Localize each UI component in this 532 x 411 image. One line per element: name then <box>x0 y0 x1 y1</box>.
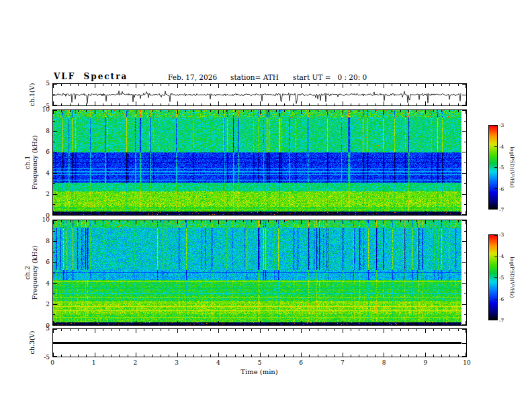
spec2-y-tick-label: 6 <box>35 259 50 265</box>
ch3-waveform-panel <box>52 328 467 357</box>
ch2-spectrogram-canvas <box>53 220 466 325</box>
x-tick-label: 6 <box>299 359 303 366</box>
station-label: station= ATH <box>230 73 279 81</box>
x-tick-label: 3 <box>175 359 179 366</box>
ch1-waveform-panel <box>52 83 467 106</box>
figure-title: VLF Spectra <box>54 72 128 81</box>
ch3-voltage-axis-label: ch.3(V) <box>28 331 36 355</box>
colorbar1-tick-label: -6 <box>499 186 504 193</box>
ch1-voltage-axis-label: ch.1(V) <box>28 83 36 107</box>
ch1-y-tick-label: -5 <box>35 103 50 109</box>
spec1-y-tick-label: 8 <box>35 128 50 134</box>
ch3-y-tick-label: -5 <box>35 354 50 361</box>
colorbar2-tick-label: -5 <box>499 275 504 281</box>
colorbar-ch2 <box>488 234 498 320</box>
x-tick-label: 1 <box>92 359 96 366</box>
colorbar-ch1-label: log(PSD)(V²/Hz) <box>508 146 516 187</box>
ch3-y-tick-label: 5 <box>35 325 50 332</box>
x-tick-label: 8 <box>382 359 386 366</box>
colorbar1-tick-label: -3 <box>499 122 504 129</box>
colorbar-ch2-label: log(PSD)(V²/Hz) <box>508 257 516 298</box>
ch1-axis-line2: Frequency (kHz) <box>31 136 38 190</box>
time-axis-label: Time (min) <box>240 368 277 375</box>
colorbar-ch1 <box>488 125 498 210</box>
ch1-waveform-canvas <box>53 84 466 105</box>
x-tick-label: 5 <box>258 359 262 366</box>
ch1-spectrogram-panel <box>52 109 467 216</box>
ch1-frequency-axis-label: ch.1 Frequency (kHz) <box>24 136 38 190</box>
colorbar1-tick-label: -7 <box>499 207 504 214</box>
figure-date: Feb. 17, 2026 <box>168 73 217 81</box>
spec1-y-tick-label: 2 <box>35 191 50 197</box>
spec2-y-tick-label: 10 <box>35 216 50 223</box>
x-tick-label: 9 <box>423 359 427 366</box>
colorbar2-tick-label: -7 <box>499 318 504 324</box>
x-tick-label: 7 <box>341 359 345 366</box>
x-tick-label: 4 <box>216 359 220 366</box>
spec2-y-tick-label: 8 <box>35 238 50 244</box>
spec1-y-tick-label: 4 <box>35 170 50 177</box>
colorbar2-tick-label: -3 <box>499 232 504 238</box>
ch2-axis-line1: ch.2 <box>24 246 31 300</box>
x-tick-label: 10 <box>463 359 470 366</box>
start-ut-label: start UT = 0 : 20: 0 <box>293 73 367 81</box>
ch2-spectrogram-panel <box>52 220 467 326</box>
x-tick-label: 2 <box>134 359 138 366</box>
ch2-frequency-axis-label: ch.2 Frequency (kHz) <box>24 246 38 300</box>
ch3-waveform-canvas <box>53 329 466 357</box>
colorbar-ch2-canvas <box>489 235 497 320</box>
x-tick-label: 0 <box>50 359 54 366</box>
spec2-y-tick-label: 2 <box>35 301 50 308</box>
ch2-axis-line2: Frequency (kHz) <box>31 246 38 300</box>
spec1-y-tick-label: 6 <box>35 148 50 155</box>
colorbar1-tick-label: -4 <box>499 144 504 150</box>
colorbar1-tick-label: -5 <box>499 165 504 171</box>
spec2-y-tick-label: 4 <box>35 280 50 287</box>
ch1-y-tick-label: 5 <box>35 80 50 87</box>
colorbar2-tick-label: -6 <box>499 296 504 303</box>
vlf-spectra-figure: VLF Spectra Feb. 17, 2026 station= ATH s… <box>0 0 532 411</box>
colorbar2-tick-label: -4 <box>499 253 504 260</box>
ch1-spectrogram-canvas <box>53 110 466 215</box>
ch1-axis-line1: ch.1 <box>24 136 31 190</box>
colorbar-ch1-canvas <box>489 126 497 209</box>
